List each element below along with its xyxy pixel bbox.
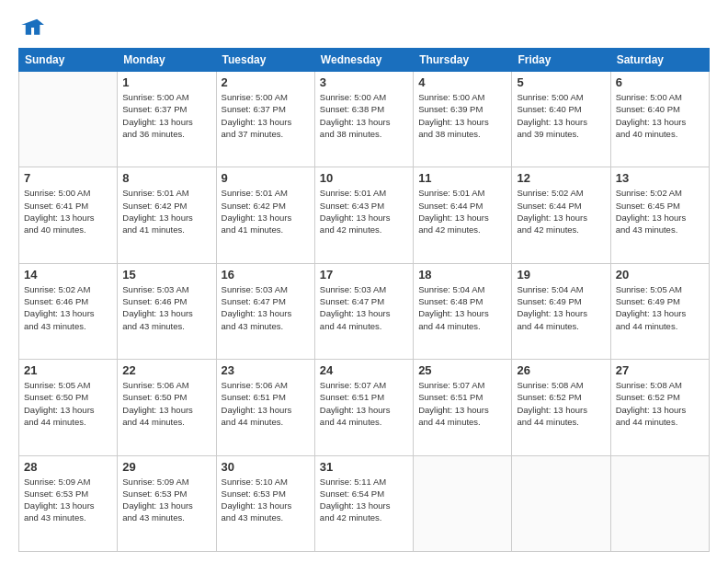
day-number: 12 bbox=[517, 171, 605, 185]
calendar-cell: 2Sunrise: 5:00 AM Sunset: 6:37 PM Daylig… bbox=[216, 72, 314, 167]
calendar-cell: 30Sunrise: 5:10 AM Sunset: 6:53 PM Dayli… bbox=[216, 455, 314, 551]
calendar-cell: 19Sunrise: 5:04 AM Sunset: 6:49 PM Dayli… bbox=[512, 263, 610, 359]
svg-marker-0 bbox=[21, 19, 44, 35]
calendar-cell bbox=[414, 455, 512, 551]
day-number: 24 bbox=[320, 363, 408, 377]
day-number: 15 bbox=[122, 268, 210, 282]
header bbox=[18, 15, 710, 40]
week-row-5: 28Sunrise: 5:09 AM Sunset: 6:53 PM Dayli… bbox=[19, 455, 710, 551]
day-number: 23 bbox=[222, 363, 310, 377]
day-info: Sunrise: 5:05 AM Sunset: 6:49 PM Dayligh… bbox=[616, 283, 704, 332]
calendar-cell: 5Sunrise: 5:00 AM Sunset: 6:40 PM Daylig… bbox=[512, 72, 610, 167]
day-number: 9 bbox=[222, 171, 310, 185]
day-info: Sunrise: 5:04 AM Sunset: 6:48 PM Dayligh… bbox=[418, 283, 506, 332]
day-info: Sunrise: 5:00 AM Sunset: 6:39 PM Dayligh… bbox=[418, 91, 506, 140]
day-info: Sunrise: 5:08 AM Sunset: 6:52 PM Dayligh… bbox=[517, 379, 605, 428]
day-number: 14 bbox=[24, 268, 112, 282]
day-number: 13 bbox=[616, 171, 704, 185]
day-number: 6 bbox=[616, 75, 704, 89]
header-row: SundayMondayTuesdayWednesdayThursdayFrid… bbox=[19, 49, 710, 72]
day-info: Sunrise: 5:10 AM Sunset: 6:53 PM Dayligh… bbox=[222, 476, 310, 524]
day-info: Sunrise: 5:04 AM Sunset: 6:49 PM Dayligh… bbox=[517, 283, 605, 332]
calendar-cell: 13Sunrise: 5:02 AM Sunset: 6:45 PM Dayli… bbox=[610, 167, 709, 263]
day-number: 18 bbox=[418, 268, 506, 282]
day-info: Sunrise: 5:00 AM Sunset: 6:37 PM Dayligh… bbox=[122, 91, 210, 140]
col-header-wednesday: Wednesday bbox=[314, 49, 413, 72]
day-number: 1 bbox=[122, 75, 210, 89]
calendar-cell: 27Sunrise: 5:08 AM Sunset: 6:52 PM Dayli… bbox=[610, 360, 709, 455]
calendar-cell: 9Sunrise: 5:01 AM Sunset: 6:42 PM Daylig… bbox=[216, 167, 314, 263]
calendar-cell: 3Sunrise: 5:00 AM Sunset: 6:38 PM Daylig… bbox=[314, 72, 413, 167]
col-header-sunday: Sunday bbox=[19, 49, 118, 72]
calendar-cell: 15Sunrise: 5:03 AM Sunset: 6:46 PM Dayli… bbox=[118, 263, 216, 359]
week-row-2: 7Sunrise: 5:00 AM Sunset: 6:41 PM Daylig… bbox=[19, 167, 710, 263]
day-info: Sunrise: 5:07 AM Sunset: 6:51 PM Dayligh… bbox=[320, 379, 408, 428]
calendar-cell: 28Sunrise: 5:09 AM Sunset: 6:53 PM Dayli… bbox=[19, 455, 118, 551]
day-info: Sunrise: 5:06 AM Sunset: 6:50 PM Dayligh… bbox=[122, 379, 210, 428]
col-header-friday: Friday bbox=[512, 49, 610, 72]
calendar-cell: 21Sunrise: 5:05 AM Sunset: 6:50 PM Dayli… bbox=[19, 360, 118, 455]
day-number: 20 bbox=[616, 268, 704, 282]
day-info: Sunrise: 5:00 AM Sunset: 6:38 PM Dayligh… bbox=[320, 91, 408, 140]
calendar-cell: 26Sunrise: 5:08 AM Sunset: 6:52 PM Dayli… bbox=[512, 360, 610, 455]
day-number: 30 bbox=[222, 460, 310, 474]
calendar-cell bbox=[512, 455, 610, 551]
calendar-cell: 29Sunrise: 5:09 AM Sunset: 6:53 PM Dayli… bbox=[118, 455, 216, 551]
day-number: 28 bbox=[24, 460, 112, 474]
day-number: 10 bbox=[320, 171, 408, 185]
calendar-table: SundayMondayTuesdayWednesdayThursdayFrid… bbox=[18, 48, 710, 552]
calendar-cell: 18Sunrise: 5:04 AM Sunset: 6:48 PM Dayli… bbox=[414, 263, 512, 359]
calendar-cell: 10Sunrise: 5:01 AM Sunset: 6:43 PM Dayli… bbox=[314, 167, 413, 263]
day-info: Sunrise: 5:01 AM Sunset: 6:43 PM Dayligh… bbox=[320, 187, 408, 236]
day-info: Sunrise: 5:03 AM Sunset: 6:47 PM Dayligh… bbox=[320, 283, 408, 332]
week-row-3: 14Sunrise: 5:02 AM Sunset: 6:46 PM Dayli… bbox=[19, 263, 710, 359]
calendar-cell: 24Sunrise: 5:07 AM Sunset: 6:51 PM Dayli… bbox=[314, 360, 413, 455]
day-number: 22 bbox=[122, 363, 210, 377]
day-info: Sunrise: 5:01 AM Sunset: 6:42 PM Dayligh… bbox=[122, 187, 210, 236]
calendar-cell: 23Sunrise: 5:06 AM Sunset: 6:51 PM Dayli… bbox=[216, 360, 314, 455]
day-number: 29 bbox=[122, 460, 210, 474]
day-info: Sunrise: 5:09 AM Sunset: 6:53 PM Dayligh… bbox=[122, 476, 210, 524]
day-number: 31 bbox=[320, 460, 408, 474]
day-number: 17 bbox=[320, 268, 408, 282]
calendar-cell: 4Sunrise: 5:00 AM Sunset: 6:39 PM Daylig… bbox=[414, 72, 512, 167]
day-info: Sunrise: 5:03 AM Sunset: 6:47 PM Dayligh… bbox=[222, 283, 310, 332]
col-header-tuesday: Tuesday bbox=[216, 49, 314, 72]
calendar-cell: 6Sunrise: 5:00 AM Sunset: 6:40 PM Daylig… bbox=[610, 72, 709, 167]
calendar-cell: 12Sunrise: 5:02 AM Sunset: 6:44 PM Dayli… bbox=[512, 167, 610, 263]
day-number: 27 bbox=[616, 363, 704, 377]
day-number: 4 bbox=[418, 75, 506, 89]
day-number: 8 bbox=[122, 171, 210, 185]
day-info: Sunrise: 5:02 AM Sunset: 6:45 PM Dayligh… bbox=[616, 187, 704, 236]
day-number: 21 bbox=[24, 363, 112, 377]
day-info: Sunrise: 5:01 AM Sunset: 6:42 PM Dayligh… bbox=[222, 187, 310, 236]
day-info: Sunrise: 5:01 AM Sunset: 6:44 PM Dayligh… bbox=[418, 187, 506, 236]
calendar-cell: 25Sunrise: 5:07 AM Sunset: 6:51 PM Dayli… bbox=[414, 360, 512, 455]
calendar-cell: 14Sunrise: 5:02 AM Sunset: 6:46 PM Dayli… bbox=[19, 263, 118, 359]
week-row-1: 1Sunrise: 5:00 AM Sunset: 6:37 PM Daylig… bbox=[19, 72, 710, 167]
day-number: 26 bbox=[517, 363, 605, 377]
day-info: Sunrise: 5:00 AM Sunset: 6:41 PM Dayligh… bbox=[24, 187, 112, 236]
day-info: Sunrise: 5:00 AM Sunset: 6:37 PM Dayligh… bbox=[222, 91, 310, 140]
day-info: Sunrise: 5:11 AM Sunset: 6:54 PM Dayligh… bbox=[320, 476, 408, 524]
day-number: 3 bbox=[320, 75, 408, 89]
page: SundayMondayTuesdayWednesdayThursdayFrid… bbox=[0, 0, 728, 563]
day-number: 2 bbox=[222, 75, 310, 89]
calendar-cell: 7Sunrise: 5:00 AM Sunset: 6:41 PM Daylig… bbox=[19, 167, 118, 263]
calendar-cell: 8Sunrise: 5:01 AM Sunset: 6:42 PM Daylig… bbox=[118, 167, 216, 263]
col-header-monday: Monday bbox=[118, 49, 216, 72]
calendar-cell: 11Sunrise: 5:01 AM Sunset: 6:44 PM Dayli… bbox=[414, 167, 512, 263]
day-info: Sunrise: 5:06 AM Sunset: 6:51 PM Dayligh… bbox=[222, 379, 310, 428]
day-number: 16 bbox=[222, 268, 310, 282]
calendar-cell: 20Sunrise: 5:05 AM Sunset: 6:49 PM Dayli… bbox=[610, 263, 709, 359]
logo bbox=[18, 15, 48, 40]
day-number: 19 bbox=[517, 268, 605, 282]
day-number: 7 bbox=[24, 171, 112, 185]
calendar-cell: 22Sunrise: 5:06 AM Sunset: 6:50 PM Dayli… bbox=[118, 360, 216, 455]
calendar-cell: 16Sunrise: 5:03 AM Sunset: 6:47 PM Dayli… bbox=[216, 263, 314, 359]
calendar-cell: 17Sunrise: 5:03 AM Sunset: 6:47 PM Dayli… bbox=[314, 263, 413, 359]
day-info: Sunrise: 5:02 AM Sunset: 6:44 PM Dayligh… bbox=[517, 187, 605, 236]
week-row-4: 21Sunrise: 5:05 AM Sunset: 6:50 PM Dayli… bbox=[19, 360, 710, 455]
day-info: Sunrise: 5:07 AM Sunset: 6:51 PM Dayligh… bbox=[418, 379, 506, 428]
col-header-thursday: Thursday bbox=[414, 49, 512, 72]
